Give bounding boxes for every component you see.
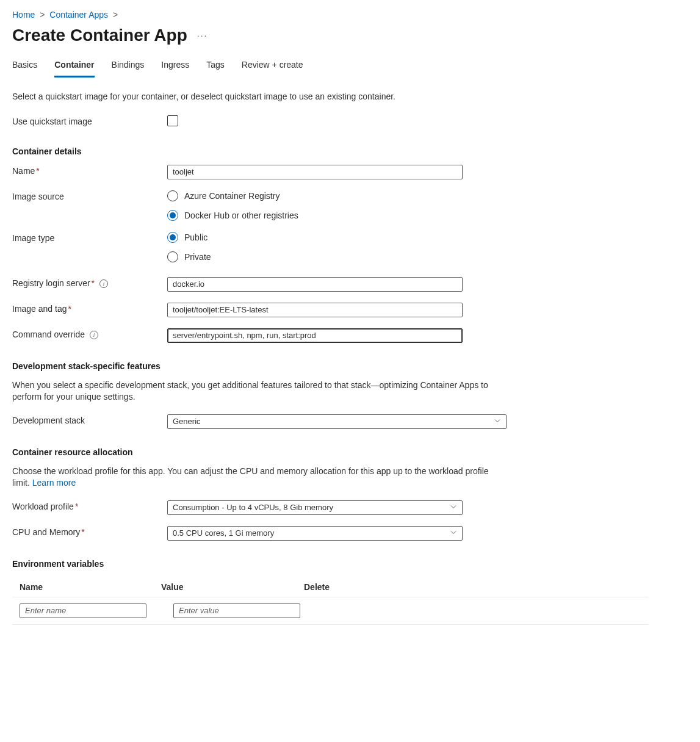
required-indicator: * xyxy=(68,304,71,314)
learn-more-link[interactable]: Learn more xyxy=(32,478,76,488)
label-use-quickstart: Use quickstart image xyxy=(12,115,167,126)
chevron-down-icon xyxy=(450,503,457,512)
tab-basics[interactable]: Basics xyxy=(12,60,37,77)
tabs: Basics Container Bindings Ingress Tags R… xyxy=(12,60,688,77)
info-icon[interactable]: i xyxy=(90,331,98,339)
development-stack-value: Generic xyxy=(173,417,201,426)
env-name-input[interactable] xyxy=(20,603,146,618)
registry-login-server-input[interactable] xyxy=(167,277,463,292)
development-stack-select[interactable]: Generic xyxy=(167,414,507,429)
env-vars-table: Name Value Delete xyxy=(12,577,649,625)
label-development-stack: Development stack xyxy=(12,414,167,425)
label-command-override: Command override i xyxy=(12,328,167,339)
radio-public-label[interactable]: Public xyxy=(184,232,207,242)
cpu-memory-select[interactable]: 0.5 CPU cores, 1 Gi memory xyxy=(167,526,463,541)
page-title: Create Container App xyxy=(12,26,187,45)
radio-acr-label[interactable]: Azure Container Registry xyxy=(184,191,280,201)
more-actions-button[interactable]: ··· xyxy=(197,31,208,40)
required-indicator: * xyxy=(75,502,78,511)
label-image-type: Image type xyxy=(12,232,167,243)
required-indicator: * xyxy=(81,527,84,537)
heading-container-details: Container details xyxy=(12,146,688,156)
required-indicator: * xyxy=(92,278,95,288)
label-cpu-memory: CPU and Memory* xyxy=(12,526,167,537)
desc-dev-stack: When you select a specific development s… xyxy=(12,380,507,403)
tab-review[interactable]: Review + create xyxy=(242,60,303,77)
chevron-down-icon xyxy=(450,528,457,538)
radio-public[interactable] xyxy=(167,232,178,243)
heading-environment-variables: Environment variables xyxy=(12,559,688,569)
label-name: Name* xyxy=(12,165,167,176)
tab-ingress[interactable]: Ingress xyxy=(161,60,189,77)
radio-acr[interactable] xyxy=(167,190,178,201)
label-registry-login-server: Registry login server* i xyxy=(12,277,167,288)
use-quickstart-checkbox[interactable] xyxy=(167,115,178,126)
tab-tags[interactable]: Tags xyxy=(206,60,225,77)
chevron-right-icon: > xyxy=(113,10,118,20)
cpu-memory-value: 0.5 CPU cores, 1 Gi memory xyxy=(173,528,274,538)
env-header-name: Name xyxy=(20,582,161,592)
env-value-input[interactable] xyxy=(173,603,300,618)
radio-private[interactable] xyxy=(167,251,178,262)
tab-container[interactable]: Container xyxy=(54,60,94,77)
breadcrumb-home[interactable]: Home xyxy=(12,10,35,20)
env-header-value: Value xyxy=(161,582,304,592)
breadcrumb: Home > Container Apps > xyxy=(12,10,688,20)
heading-dev-stack: Development stack-specific features xyxy=(12,361,688,371)
name-input[interactable] xyxy=(167,165,463,179)
label-workload-profile: Workload profile* xyxy=(12,500,167,511)
image-and-tag-input[interactable] xyxy=(167,303,463,317)
radio-docker-hub[interactable] xyxy=(167,210,178,221)
radio-docker-hub-label[interactable]: Docker Hub or other registries xyxy=(184,211,298,220)
tab-bindings[interactable]: Bindings xyxy=(112,60,145,77)
chevron-right-icon: > xyxy=(40,10,45,20)
required-indicator: * xyxy=(36,166,39,176)
env-var-row xyxy=(12,597,649,625)
chevron-down-icon xyxy=(494,417,501,426)
label-image-source: Image source xyxy=(12,190,167,201)
info-icon[interactable]: i xyxy=(99,279,108,288)
breadcrumb-container-apps[interactable]: Container Apps xyxy=(49,10,108,20)
workload-profile-value: Consumption - Up to 4 vCPUs, 8 Gib memor… xyxy=(173,503,333,512)
env-header-delete: Delete xyxy=(304,582,365,592)
label-image-and-tag: Image and tag* xyxy=(12,303,167,314)
intro-text: Select a quickstart image for your conta… xyxy=(12,91,688,103)
radio-private-label[interactable]: Private xyxy=(184,252,211,262)
desc-resource-allocation: Choose the workload profile for this app… xyxy=(12,466,507,489)
workload-profile-select[interactable]: Consumption - Up to 4 vCPUs, 8 Gib memor… xyxy=(167,500,463,515)
command-override-input[interactable] xyxy=(167,328,463,343)
heading-resource-allocation: Container resource allocation xyxy=(12,447,688,457)
